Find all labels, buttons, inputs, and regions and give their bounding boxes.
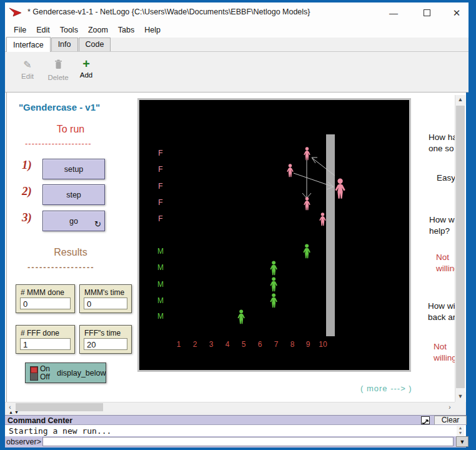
command-prompt-row: observer> ▼ [5,436,466,448]
link-lines [139,100,409,370]
male-row-label: M [154,280,167,289]
female-person-figure [302,147,312,161]
command-input[interactable] [42,437,454,446]
male-person-figure [302,244,312,259]
scroll-up-icon[interactable]: ▲ [455,95,465,105]
female-person-figure [285,164,295,178]
male-person-figure [269,293,279,308]
x-axis-number: 8 [286,340,299,349]
history-dropdown-button[interactable]: ▼ [456,436,469,447]
clipped-note: How wi back ar [428,301,455,323]
command-center-header: Command Center Clear [5,415,466,424]
to-run-heading: To run [36,124,105,135]
monitor-value: 0 [84,298,127,309]
step-number-1: 1) [22,158,32,172]
toolbar: ✎ Edit Delete + Add Abc def ghi jkl Note… [5,52,469,92]
menu-item-edit[interactable]: Edit [31,24,55,36]
expand-icon[interactable] [421,416,430,424]
tab-code[interactable]: Code [79,38,111,51]
delete-tool-button[interactable]: Delete [44,59,72,81]
switch-on-label: On [40,364,50,373]
switch-track[interactable] [30,366,38,381]
switch-off-label: Off [40,372,50,381]
to-run-divider: -------------------- [25,139,119,148]
netlogo-logo-icon [9,8,22,18]
x-axis-number: 6 [254,340,266,349]
x-axis-number: 5 [237,340,250,349]
pencil-icon: ✎ [16,59,39,71]
switch-knob[interactable] [31,367,37,373]
right-notes-column: How ha one soEasyHow w help?Not willingH… [427,92,455,402]
female-row-label: F [154,214,167,223]
output-scrollbar[interactable]: ▲▼ [457,426,464,436]
x-axis-number: 7 [270,340,282,349]
go-button[interactable]: go ↻ [42,211,105,231]
vertical-scrollbar[interactable]: ▲ ▼ [455,95,465,402]
clipped-note: Easy [437,172,455,184]
maximize-button[interactable] [417,6,436,20]
interface-canvas: "Gendercase - v1" To run ---------------… [5,92,466,402]
trash-icon [44,59,72,72]
step-button[interactable]: step [42,184,105,205]
splitter-arrows-icon[interactable]: ▲▼ [9,410,20,414]
male-row-label: M [154,247,167,256]
netlogo-window: * Gendercase-v1-1 - NetLogo {C:\Users\Wa… [0,0,476,450]
clear-button[interactable]: Clear [434,416,467,425]
monitor-mmm-time: MMM's time 0 [79,284,132,313]
window-title: * Gendercase-v1-1 - NetLogo {C:\Users\Wa… [27,8,310,16]
vertical-scroll-thumb[interactable] [456,106,465,388]
menu-bar: FileEditToolsZoomTabsHelp [5,22,469,38]
world-view-frame: FFFFFMMMMM12345678910 [137,98,411,372]
clipped-note: Not willing [434,341,455,364]
female-person-figure [318,212,327,226]
tab-interface[interactable]: Interface [6,37,51,52]
menu-item-file[interactable]: File [9,24,31,36]
results-heading: Results [36,247,105,258]
results-divider: ----------------- [27,262,115,272]
monitor-value: 20 [84,338,127,350]
male-person-figure [236,309,246,324]
x-axis-number: 4 [221,340,234,349]
step-number-2: 2) [22,184,32,198]
horizontal-scroll-thumb[interactable] [16,403,103,411]
close-button[interactable]: ✕ [447,6,466,20]
tab-info[interactable]: Info [51,38,78,51]
male-row-label: M [154,296,167,305]
x-axis-number: 1 [172,340,185,349]
menu-item-zoom[interactable]: Zoom [83,24,113,36]
canvas-edge [6,92,7,402]
male-row-label: M [154,312,167,321]
menu-item-tabs[interactable]: Tabs [113,24,139,36]
monitor-mmm-done: # MMM done 0 [16,284,75,313]
command-center-output: Starting a new run... ▲▼ [5,424,466,436]
female-row-label: F [154,165,167,174]
minimize-button[interactable]: — [384,6,403,20]
menu-item-tools[interactable]: Tools [55,24,83,36]
observer-prompt-label: observer> [6,438,41,446]
x-axis-number: 2 [189,340,201,349]
clipped-note: How ha one so [429,132,455,154]
female-person-figure [302,197,312,211]
clipped-note: How w help? [429,214,455,237]
x-axis-number: 3 [205,340,217,349]
x-axis-number: 10 [317,340,329,349]
male-person-figure [269,261,279,276]
model-title-note: "Gendercase - v1" [19,102,125,112]
tab-strip: InterfaceInfoCode [5,38,469,52]
edit-tool-button[interactable]: ✎ Edit [16,59,39,80]
plus-icon: + [75,58,97,69]
scroll-down-icon[interactable]: ▼ [455,392,465,402]
output-text: Starting a new run... [9,426,111,436]
setup-button[interactable]: setup [42,159,105,179]
more-note: ( more ---> ) [360,384,412,393]
clipped-note: Not willing [436,252,455,274]
forever-icon: ↻ [94,220,101,228]
monitor-value: 1 [20,338,71,350]
display-below-switch[interactable]: On Off display_below [25,362,106,383]
menu-item-help[interactable]: Help [139,24,166,36]
add-tool-button[interactable]: + Add [75,58,97,79]
scroll-right-icon[interactable]: › [445,402,455,412]
horizontal-scrollbar[interactable]: ‹ › [5,402,455,412]
maximize-icon [424,9,430,16]
monitor-fff-time: FFF"s time 20 [79,325,132,354]
